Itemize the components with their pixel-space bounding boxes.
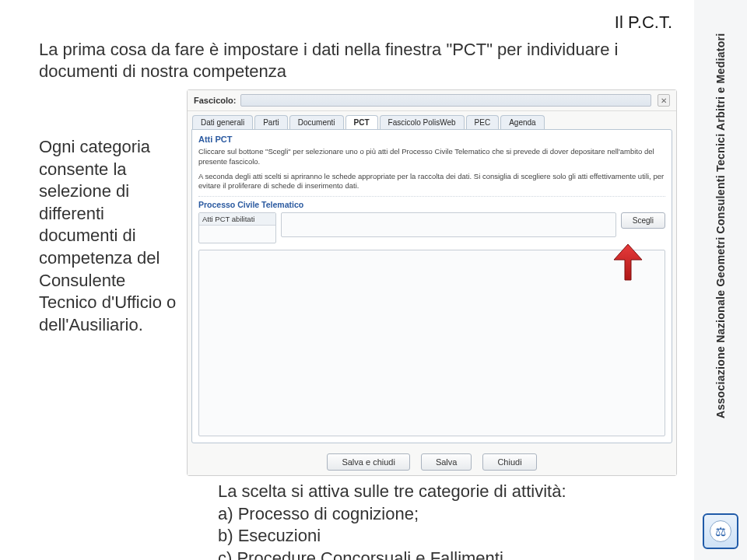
button-row: Salva e chiudi Salva Chiudi: [188, 447, 676, 475]
hint-2: A seconda degli atti scelti si apriranno…: [198, 172, 665, 192]
scegli-button[interactable]: Scegli: [621, 212, 665, 229]
fascicolo-label: Fascicolo:: [194, 96, 236, 105]
tab-bar: Dati generali Parti Documenti PCT Fascic…: [188, 111, 676, 129]
group-processo-label: Processo Civile Telematico: [198, 196, 665, 209]
tab-pec[interactable]: PEC: [466, 115, 500, 129]
atti-abilitati-panel: Atti PCT abilitati: [198, 212, 276, 243]
footer-line-1: La scelta si attiva sulle tre categorie …: [218, 481, 622, 503]
atti-selection-panel: [281, 212, 616, 237]
tab-agenda[interactable]: Agenda: [500, 115, 544, 129]
app-window: Fascicolo: ✕ Dati generali Parti Documen…: [187, 89, 677, 476]
footer-line-2: a) Processo di cognizione;: [218, 503, 622, 526]
group-atti-label: Atti PCT: [198, 135, 665, 144]
tab-body: Atti PCT Cliccare sul bottone "Scegli" p…: [191, 129, 672, 443]
org-name: Associazione Nazionale Geometri Consulen…: [714, 16, 727, 436]
detail-panel: [198, 250, 665, 436]
fascicolo-field[interactable]: [240, 94, 651, 107]
hint-1: Cliccare sul bottone "Scegli" per selezi…: [198, 147, 665, 167]
footer-line-3: b) Esecuzioni: [218, 525, 622, 548]
footer-text: La scelta si attiva sulle tre categorie …: [218, 481, 622, 560]
tab-polisweb[interactable]: Fascicolo PolisWeb: [380, 115, 465, 129]
intro-paragraph: La prima cosa da fare è impostare i dati…: [39, 39, 646, 82]
window-header: Fascicolo: ✕: [188, 90, 676, 111]
close-icon[interactable]: ✕: [658, 94, 670, 107]
save-button[interactable]: Salva: [421, 453, 472, 471]
page-title: Il P.C.T.: [615, 12, 672, 33]
close-button[interactable]: Chiudi: [482, 453, 536, 471]
save-close-button[interactable]: Salva e chiudi: [327, 453, 410, 471]
atti-abilitati-header: Atti PCT abilitati: [199, 213, 275, 226]
org-logo: ⚖: [703, 513, 738, 549]
footer-line-4: c) Procedure Concorsuali e Fallimenti: [218, 548, 622, 560]
scales-icon: ⚖: [710, 520, 731, 542]
tab-dati-generali[interactable]: Dati generali: [192, 115, 253, 129]
tab-parti[interactable]: Parti: [254, 115, 288, 129]
left-description: Ogni categoria consente la selezione di …: [39, 89, 179, 336]
tab-documenti[interactable]: Documenti: [289, 115, 344, 129]
right-sidebar: Associazione Nazionale Geometri Consulen…: [694, 0, 747, 560]
tab-pct[interactable]: PCT: [345, 115, 378, 129]
